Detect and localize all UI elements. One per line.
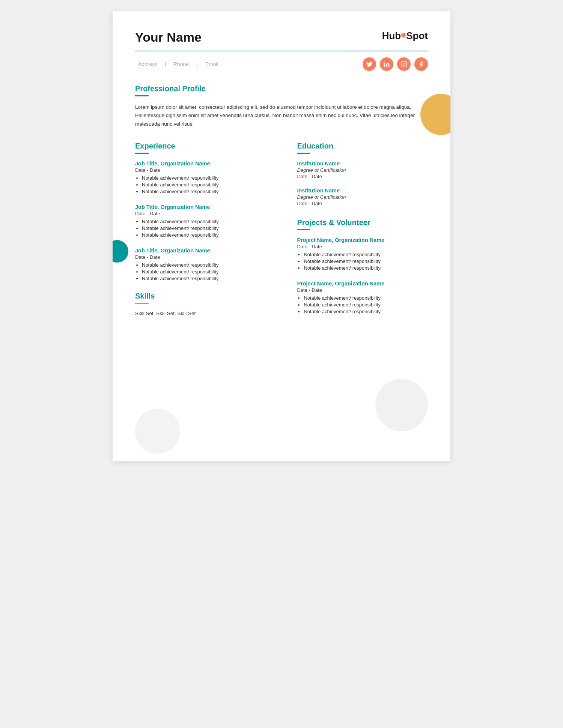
list-item: Notable achievement/ responsibility [142, 182, 279, 188]
projects-underline [297, 229, 310, 230]
proj-1-list: Notable achievement/ responsibility Nota… [297, 252, 428, 271]
proj-2-title: Project Name, Organization Name [297, 281, 428, 287]
facebook-icon[interactable] [414, 57, 428, 71]
svg-point-3 [405, 62, 406, 63]
proj-2-date: Date - Date [297, 287, 428, 293]
exp-1-date: Date - Date [135, 167, 279, 173]
proj-2-list: Notable achievement/ responsibility Nota… [297, 295, 428, 314]
edu-2-degree: Degree or Certification [297, 194, 428, 200]
right-column: Education Institution Name Degree or Cer… [297, 142, 428, 324]
header: Your Name HubSpot [135, 30, 428, 45]
email: Email [205, 61, 218, 67]
list-item: Notable achievement/ responsibility [304, 252, 428, 257]
exp-3-list: Notable achievement/ responsibility Nota… [135, 262, 279, 281]
address: Address [138, 61, 157, 67]
exp-3-date: Date - Date [135, 254, 279, 260]
svg-rect-1 [401, 62, 407, 67]
left-column: Experience Job Title, Organization Name … [135, 142, 279, 324]
skills-underline [135, 303, 149, 304]
experience-entry-1: Job Title, Organization Name Date - Date… [135, 161, 279, 194]
deco-circle-teal [113, 240, 128, 263]
proj-1-date: Date - Date [297, 244, 428, 249]
twitter-icon[interactable] [363, 57, 376, 71]
deco-circle-gray-bl [135, 409, 180, 454]
header-divider [135, 51, 428, 51]
exp-2-list: Notable achievement/ responsibility Nota… [135, 219, 279, 238]
list-item: Notable achievement/ responsibility [142, 262, 279, 268]
logo-dot [401, 33, 406, 38]
profile-section: Professional Profile Lorem ipsum dolor s… [135, 84, 428, 128]
edu-2-institution: Institution Name [297, 188, 428, 194]
hub-text: Hub [382, 30, 401, 42]
list-item: Notable achievement/ responsibility [142, 276, 279, 281]
proj-1-title: Project Name, Organization Name [297, 237, 428, 243]
project-entry-1: Project Name, Organization Name Date - D… [297, 237, 428, 271]
list-item: Notable achievement/ responsibility [142, 175, 279, 181]
list-item: Notable achievement/ responsibility [142, 225, 279, 231]
list-item: Notable achievement/ responsibility [142, 232, 279, 238]
hubspot-logo: HubSpot [382, 30, 428, 42]
separator-2: | [196, 61, 198, 67]
skills-text: Skill Set, Skill Set, Skill Set [135, 311, 279, 316]
linkedin-icon[interactable] [380, 57, 393, 71]
instagram-icon[interactable] [397, 57, 411, 71]
list-item: Notable achievement/ responsibility [304, 302, 428, 308]
projects-section: Projects & Volunteer Project Name, Organ… [297, 218, 428, 314]
list-item: Notable achievement/ responsibility [304, 265, 428, 271]
skills-title: Skills [135, 292, 279, 300]
exp-1-title: Job Title, Organization Name [135, 161, 279, 167]
edu-2-date: Date - Date [297, 201, 428, 206]
deco-circle-gray-br [375, 379, 428, 431]
exp-3-title: Job Title, Organization Name [135, 248, 279, 254]
exp-2-title: Job Title, Organization Name [135, 204, 279, 210]
experience-underline [135, 153, 149, 154]
list-item: Notable achievement/ responsibility [304, 295, 428, 301]
profile-title: Professional Profile [135, 84, 428, 93]
education-underline [297, 153, 310, 154]
phone: Phone [174, 61, 189, 67]
full-name: Your Name [135, 30, 202, 45]
edu-1-institution: Institution Name [297, 161, 428, 167]
edu-1-date: Date - Date [297, 174, 428, 179]
list-item: Notable achievement/ responsibility [142, 219, 279, 224]
contact-info: Address | Phone | Email [135, 61, 221, 67]
profile-underline [135, 95, 149, 96]
list-item: Notable achievement/ responsibility [304, 309, 428, 314]
project-entry-2: Project Name, Organization Name Date - D… [297, 281, 428, 314]
exp-1-list: Notable achievement/ responsibility Nota… [135, 175, 279, 194]
education-section: Education Institution Name Degree or Cer… [297, 142, 428, 206]
experience-section: Experience Job Title, Organization Name … [135, 142, 279, 281]
two-column-layout: Experience Job Title, Organization Name … [135, 142, 428, 324]
resume-page: Your Name HubSpot Address | Phone | Emai… [113, 11, 450, 461]
social-icons [363, 57, 428, 71]
skills-section: Skills Skill Set, Skill Set, Skill Set [135, 292, 279, 316]
svg-point-0 [384, 62, 385, 63]
experience-entry-3: Job Title, Organization Name Date - Date… [135, 248, 279, 281]
projects-title: Projects & Volunteer [297, 218, 428, 227]
profile-text: Lorem ipsum dolor sit amet, consectetur … [135, 103, 428, 128]
edu-entry-1: Institution Name Degree or Certification… [297, 161, 428, 179]
spot-text: Spot [406, 30, 428, 42]
exp-2-date: Date - Date [135, 211, 279, 216]
experience-title: Experience [135, 142, 279, 150]
separator-1: | [165, 61, 166, 67]
list-item: Notable achievement/ responsibility [142, 269, 279, 275]
edu-1-degree: Degree or Certification [297, 167, 428, 173]
edu-entry-2: Institution Name Degree or Certification… [297, 188, 428, 206]
svg-point-2 [403, 63, 405, 65]
contact-row: Address | Phone | Email [135, 57, 428, 71]
education-title: Education [297, 142, 428, 150]
list-item: Notable achievement/ responsibility [142, 189, 279, 194]
list-item: Notable achievement/ responsibility [304, 258, 428, 264]
experience-entry-2: Job Title, Organization Name Date - Date… [135, 204, 279, 238]
